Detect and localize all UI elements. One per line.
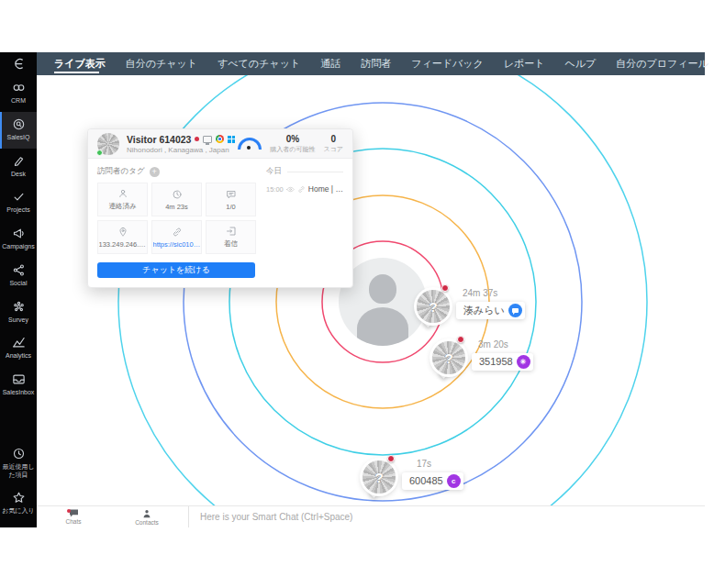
visitor-chip[interactable]: ? 24m 37s 湊みらい: [417, 290, 450, 323]
visitor-card-avatar: [97, 133, 119, 155]
crm-icon: [12, 81, 26, 94]
sidebar-item-projects[interactable]: Projects: [0, 184, 37, 221]
sidebar-item-desk[interactable]: Desk: [0, 149, 37, 185]
tab-my-profile[interactable]: 自分のプロフィール: [606, 52, 714, 75]
campaigns-icon: [12, 227, 26, 240]
sidebar-item-recent[interactable]: 最近使用した項目: [0, 441, 37, 486]
sidebar-item-label: Campaigns: [2, 243, 34, 251]
visitor-name-pill[interactable]: 351958 ✳: [472, 353, 533, 371]
stat-contact-status: 連絡済み: [97, 183, 148, 216]
windows-os-icon: [228, 136, 235, 143]
tab-feedback[interactable]: フィードバック: [401, 52, 494, 75]
sidebar-item-salesiq[interactable]: SalesIQ: [0, 112, 37, 149]
probability-gauge: [238, 138, 262, 150]
stat-ip-address: 133.249.246.195: [97, 220, 148, 254]
incoming-arrow-icon: [226, 226, 237, 237]
clock-icon: [172, 189, 183, 200]
tab-visitors[interactable]: 訪問者: [351, 52, 401, 75]
stat-label: 4m 23s: [165, 203, 188, 211]
visitor-tags-label: 訪問者のタグ: [97, 166, 145, 177]
chat-bubble-icon: [512, 308, 519, 313]
salesiq-app-window: CRM SalesIQ Desk Projects Campaigns Soci…: [0, 52, 705, 527]
collapse-icon: [12, 57, 26, 71]
visitor-avatar[interactable]: ?: [417, 290, 450, 323]
tab-all-chats[interactable]: すべてのチャット: [207, 52, 310, 75]
timeline-page-title: Home | zoho-winsteveralstnk: [308, 184, 343, 194]
sidebar-collapse-button[interactable]: [0, 52, 37, 75]
visitor-chip[interactable]: ? 17s 600485 c: [363, 460, 396, 494]
sidebar-item-label: SalesIQ: [7, 134, 30, 142]
visit-duration: 24m 37s: [456, 288, 525, 298]
timeline-today-header: 今日: [266, 166, 282, 177]
stat-label: 1/0: [226, 203, 235, 211]
live-status-dot: [195, 137, 199, 141]
sidebar-item-label: SalesInbox: [3, 389, 35, 397]
score-value: 0: [324, 134, 344, 144]
chat-channel-badge: [508, 304, 522, 317]
stat-label: 着信: [224, 239, 238, 249]
sidebar-item-campaigns[interactable]: Campaigns: [0, 221, 37, 258]
tab-live-view[interactable]: ライブ表示: [44, 52, 116, 75]
visit-duration: 17s: [402, 459, 463, 469]
contacts-tab-label: Contacts: [135, 519, 159, 526]
visitor-location: Nihonodori , Kanagawa , Japan: [127, 146, 235, 154]
stat-current-page-url[interactable]: https://sic0103...: [151, 220, 202, 254]
online-status-dot: [457, 336, 464, 343]
sidebar-item-label: Desk: [11, 171, 26, 179]
tab-reports[interactable]: レポート: [494, 52, 555, 75]
top-navigation: ライブ表示 自分のチャット すべてのチャット 通話 訪問者 フィードバック レポ…: [37, 52, 705, 75]
web-channel-badge: c: [447, 474, 461, 488]
divider: [287, 172, 343, 172]
sidebar-item-social[interactable]: Social: [0, 258, 37, 294]
salesiq-icon: [12, 117, 26, 131]
tab-calls[interactable]: 通話: [310, 52, 351, 75]
stat-label: 133.249.246.195: [99, 240, 147, 249]
sidebar-item-survey[interactable]: Survey: [0, 294, 37, 331]
projects-icon: [12, 190, 26, 204]
online-status-dot: [387, 455, 395, 462]
visitor-card-header: Visitor 614023 Nihonodori , Kanagawa , J…: [88, 129, 352, 159]
sidebar-item-crm[interactable]: CRM: [0, 75, 37, 112]
sidebar-item-favorites[interactable]: お気に入り: [0, 485, 37, 522]
sidebar-item-label: Survey: [8, 316, 28, 325]
visitor-avatar[interactable]: ?: [432, 341, 465, 374]
chrome-browser-icon: [216, 135, 224, 143]
visitor-name-pill[interactable]: 湊みらい: [456, 302, 525, 319]
contacts-tab[interactable]: Contacts: [110, 506, 184, 527]
probability-value: 0%: [270, 134, 315, 144]
stat-label: 連絡済み: [108, 202, 136, 211]
sidebar-item-label: CRM: [11, 97, 26, 105]
add-tag-button[interactable]: +: [150, 167, 160, 177]
link-icon: [297, 185, 306, 194]
asterisk-channel-badge: ✳: [517, 355, 530, 369]
analytics-icon: [12, 336, 26, 349]
sidebar-item-salesinbox[interactable]: SalesInbox: [0, 367, 37, 404]
visitor-chip[interactable]: ? 3m 20s 351958 ✳: [432, 341, 465, 374]
visit-duration: 3m 20s: [472, 339, 533, 349]
stat-time-on-site: 4m 23s: [151, 183, 202, 216]
visitor-name-pill[interactable]: 600485 c: [402, 472, 463, 490]
chat-icon: [226, 189, 237, 200]
timeline-entry[interactable]: 15:00 Home | zoho-winsteveralstnk: [266, 184, 343, 194]
location-pin-icon: [117, 227, 128, 238]
online-status-dot: [441, 284, 449, 292]
chats-tab-label: Chats: [66, 518, 82, 525]
social-icon: [12, 263, 26, 277]
sidebar-item-analytics[interactable]: Analytics: [0, 330, 37, 367]
stat-incoming: 着信: [206, 220, 256, 254]
visitor-avatar[interactable]: ?: [363, 460, 396, 494]
stat-link-label[interactable]: https://sic0103...: [153, 240, 201, 249]
score-label: スコア: [324, 145, 344, 154]
chats-tab[interactable]: Chats: [37, 506, 110, 527]
visitor-name: 600485: [409, 475, 443, 486]
recent-clock-icon: [12, 447, 26, 460]
continue-chat-button[interactable]: チャットを続ける: [97, 262, 255, 278]
sidebar-item-label: Social: [9, 280, 27, 288]
person-icon: [117, 188, 128, 199]
smart-chat-input[interactable]: [189, 506, 705, 527]
desktop-device-icon: [203, 136, 212, 143]
visitor-name: 351958: [479, 356, 513, 367]
stat-chats-count: 1/0: [206, 183, 256, 216]
tab-help[interactable]: ヘルプ: [554, 52, 606, 75]
tab-my-chats[interactable]: 自分のチャット: [116, 52, 207, 75]
